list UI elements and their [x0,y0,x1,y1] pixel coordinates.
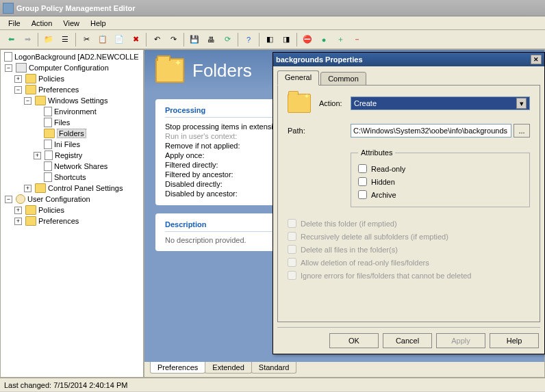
tree-ini-files[interactable]: Ini Files [2,139,142,150]
menubar: File Action View Help [0,16,545,30]
remove-icon[interactable]: － [349,32,364,47]
toolbar: ⬅ ➡ 📁 ☰ ✂ 📋 📄 ✖ ↶ ↷ 💾 🖶 ⟳ ? ◧ ◨ ⛔ ● ＋ － [0,30,545,49]
app-icon [3,3,14,14]
expand-icon[interactable]: + [14,207,22,214]
attributes-legend: Attributes [358,148,395,157]
collapse-icon[interactable]: − [24,97,31,105]
browse-button[interactable]: ... [514,124,530,138]
expand-icon[interactable]: + [14,75,22,83]
checkbox-readonly[interactable]: Read-only [358,162,522,175]
print-icon[interactable]: 🖶 [203,32,218,47]
tree-computer-config[interactable]: −Computer Configuration [2,62,142,73]
action-label: Action: [319,99,351,107]
list-icon[interactable]: ☰ [58,32,73,47]
ok-button[interactable]: OK [329,333,379,348]
tree-user-config[interactable]: −User Configuration [2,194,142,205]
menu-file[interactable]: File [3,18,26,29]
tab-extended[interactable]: Extended [205,362,251,374]
help-icon[interactable]: ? [241,32,256,47]
tree-windows-settings[interactable]: −Windows Settings [2,95,142,106]
back-icon[interactable]: ⬅ [3,32,18,47]
delete-icon[interactable]: ✖ [128,32,143,47]
tree-policies[interactable]: +Policies [2,73,142,84]
hidden-checkbox[interactable] [358,177,367,186]
chevron-down-icon[interactable]: ▾ [516,98,527,109]
apply-button[interactable]: Apply [436,333,485,348]
undo-icon[interactable]: ↶ [149,32,164,47]
folder-icon [155,58,184,83]
tool2-icon[interactable]: ◨ [279,32,294,47]
checkbox-archive[interactable]: Archive [358,188,522,201]
option-checkbox: Recursively delete all subfolders (if em… [288,230,530,243]
forward-icon[interactable]: ➡ [20,32,35,47]
tab-general[interactable]: General [277,70,319,86]
checkbox-hidden[interactable]: Hidden [358,175,522,188]
statusbar: Last changed: 7/15/2014 2:40:14 PM [0,378,545,391]
expand-icon[interactable]: + [24,185,31,192]
folder-icon [288,94,311,113]
page-title: Folders [192,60,252,81]
add-icon[interactable]: ＋ [333,32,348,47]
dialog-title: backgrounds Properties [276,55,363,64]
option-checkbox: Ignore errors for files/folders that can… [288,269,530,282]
up-icon[interactable]: 📁 [41,32,56,47]
readonly-checkbox[interactable] [358,164,367,173]
tree-registry[interactable]: +Registry [2,150,142,161]
tree-control-panel[interactable]: +Control Panel Settings [2,183,142,194]
tree-environment[interactable]: Environment [2,106,142,117]
collapse-icon[interactable]: − [5,196,12,203]
expand-icon[interactable]: + [14,218,22,225]
dialog-tabs: General Common [273,66,544,86]
menu-help[interactable]: Help [85,18,112,29]
archive-checkbox[interactable] [358,190,367,199]
action-select[interactable]: Create ▾ [351,96,530,110]
redo-icon[interactable]: ↷ [166,32,181,47]
tree-folders[interactable]: Folders [2,128,142,139]
tree-network-shares[interactable]: Network Shares [2,161,142,172]
close-icon[interactable]: ✕ [531,55,542,64]
menu-view[interactable]: View [58,18,85,29]
tree-preferences[interactable]: −Preferences [2,84,142,95]
stop-icon[interactable]: ⛔ [300,32,315,47]
tree-panel[interactable]: LogonBackground [AD2.NEWCOLLE −Computer … [0,49,144,378]
window-titlebar: Group Policy Management Editor [0,0,545,16]
tree-shortcuts[interactable]: Shortcuts [2,172,142,183]
dialog-buttons: OK Cancel Apply Help [273,328,544,354]
tree-root[interactable]: LogonBackground [AD2.NEWCOLLE [2,51,142,62]
help-button[interactable]: Help [490,333,539,348]
cancel-button[interactable]: Cancel [383,333,432,348]
tree-user-preferences[interactable]: +Preferences [2,215,142,226]
bottom-tabs: Preferences Extended Standard [144,362,544,377]
option-checkbox: Delete this folder (if emptied) [288,217,530,230]
attributes-fieldset: Attributes Read-only Hidden Archive [351,148,530,207]
collapse-icon[interactable]: − [14,86,22,94]
refresh-icon[interactable]: ⟳ [220,32,235,47]
tree-files[interactable]: Files [2,117,142,128]
cut-icon[interactable]: ✂ [79,32,94,47]
window-title: Group Policy Management Editor [16,4,136,12]
path-label: Path: [288,127,351,135]
option-checkbox: Allow deletion of read-only files/folder… [288,256,530,269]
properties-dialog: backgrounds Properties ✕ General Common … [272,52,545,354]
menu-action[interactable]: Action [26,18,58,29]
tab-standard[interactable]: Standard [251,362,297,374]
tab-preferences[interactable]: Preferences [150,362,205,374]
save-icon[interactable]: 💾 [187,32,202,47]
dialog-body: Action: Create ▾ Path: ... Attributes Re… [277,85,540,322]
tree-user-policies[interactable]: +Policies [2,205,142,215]
path-input[interactable] [351,124,511,138]
collapse-icon[interactable]: − [5,64,12,72]
option-checkbox: Delete all files in the folder(s) [288,243,530,256]
expand-icon[interactable]: + [34,152,41,159]
paste-icon[interactable]: 📄 [112,32,127,47]
status-text: Last changed: 7/15/2014 2:40:14 PM [4,381,127,389]
dialog-titlebar[interactable]: backgrounds Properties ✕ [273,53,544,66]
tool1-icon[interactable]: ◧ [262,32,277,47]
go-icon[interactable]: ● [316,32,331,47]
copy-icon[interactable]: 📋 [95,32,110,47]
tab-common[interactable]: Common [320,72,366,86]
action-value: Create [354,99,377,107]
